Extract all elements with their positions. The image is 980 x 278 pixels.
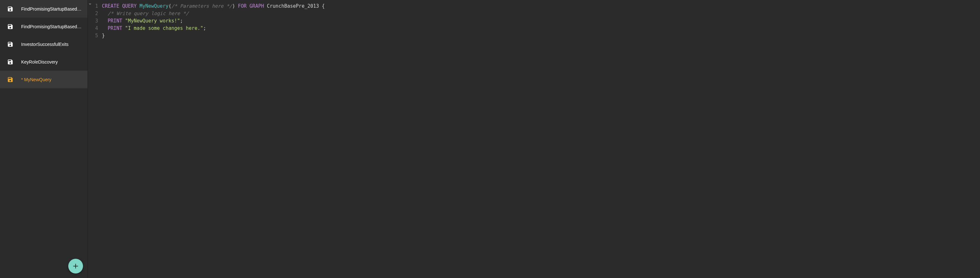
code-editor[interactable]: 12345 CREATE QUERY MyNewQuery(/* Paramet… (88, 0, 980, 278)
chevron-down-icon (88, 3, 92, 6)
code-token (102, 26, 108, 31)
code-line: } (102, 32, 980, 40)
code-token: /* Parameters here */ (172, 3, 232, 9)
line-number: 3 (88, 18, 98, 25)
code-token: CREATE QUERY (102, 3, 137, 9)
code-token: ( (169, 3, 172, 9)
code-token (122, 18, 125, 24)
plus-icon (72, 263, 79, 270)
sidebar-item-label: InvestorSuccessfulExits (21, 42, 68, 47)
code-token: PRINT (108, 26, 122, 31)
sidebar-item-label: FindPromisingStartupBased… (21, 6, 81, 11)
code-content[interactable]: CREATE QUERY MyNewQuery(/* Parameters he… (102, 0, 980, 278)
code-line: PRINT "MyNewQuery works!"; (102, 18, 980, 25)
code-token: ; (180, 18, 183, 24)
code-token: "MyNewQuery works!" (125, 18, 180, 24)
save-icon (7, 24, 13, 30)
code-token: /* Write query logic here */ (108, 11, 189, 16)
sidebar-item-query[interactable]: InvestorSuccessfulExits (0, 35, 88, 53)
sidebar-item-query[interactable]: KeyRoleDiscovery (0, 53, 88, 70)
code-line: CREATE QUERY MyNewQuery(/* Parameters he… (102, 3, 980, 10)
sidebar-item-label: KeyRoleDiscovery (21, 59, 58, 64)
code-line: PRINT "I made some changes here."; (102, 25, 980, 32)
code-line: /* Write query logic here */ (102, 10, 980, 18)
save-icon (7, 41, 13, 48)
code-token: { (319, 3, 325, 9)
save-icon (7, 59, 13, 65)
sidebar-item-query[interactable]: FindPromisingStartupBased… (0, 18, 88, 35)
code-token: FOR GRAPH (238, 3, 264, 9)
save-icon (7, 77, 13, 83)
line-number: 5 (88, 32, 98, 40)
code-token (122, 26, 125, 31)
query-list: FindPromisingStartupBased…FindPromisingS… (0, 0, 88, 278)
line-number-gutter: 12345 (88, 0, 102, 278)
line-number: 2 (88, 10, 98, 18)
code-token: CrunchBasePre_2013 (267, 3, 319, 9)
sidebar-item-query[interactable]: FindPromisingStartupBased… (0, 0, 88, 18)
collapse-sidebar-handle[interactable] (88, 2, 92, 6)
app-root: FindPromisingStartupBased…FindPromisingS… (0, 0, 980, 278)
code-token: } (102, 33, 105, 38)
add-query-button[interactable] (68, 259, 83, 273)
sidebar-item-label: * MyNewQuery (21, 77, 51, 82)
code-token: "I made some changes here." (125, 26, 203, 31)
sidebar-item-query[interactable]: * MyNewQuery (0, 70, 88, 88)
save-icon (7, 6, 13, 12)
code-token: MyNewQuery (139, 3, 168, 9)
code-token: PRINT (108, 18, 122, 24)
code-token: ; (203, 26, 206, 31)
line-number: 4 (88, 25, 98, 32)
code-token (102, 11, 108, 16)
sidebar-item-label: FindPromisingStartupBased… (21, 24, 81, 29)
code-token (264, 3, 267, 9)
code-token (102, 18, 108, 24)
query-sidebar: FindPromisingStartupBased…FindPromisingS… (0, 0, 88, 278)
